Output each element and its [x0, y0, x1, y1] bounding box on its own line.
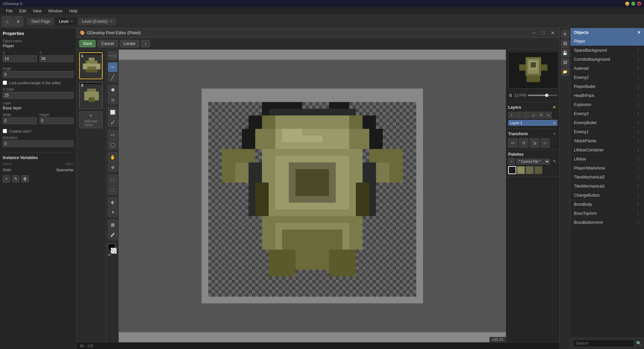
transform-flip-h[interactable]: ⬄: [508, 138, 518, 148]
layer-up-btn[interactable]: ↑: [516, 112, 522, 118]
tool-circle-outline[interactable]: ◯: [108, 140, 117, 149]
save-button[interactable]: Save: [79, 40, 96, 47]
menu-window[interactable]: Window: [45, 8, 66, 14]
transform-resize[interactable]: ⇲: [530, 138, 539, 148]
obj-PlayerAttackArea[interactable]: PlayerAttackArea ⋮: [571, 164, 644, 173]
tool-wand[interactable]: ⊕: [108, 162, 117, 172]
obj-list-close[interactable]: ✕: [637, 30, 641, 35]
var-add-btn[interactable]: +: [3, 175, 10, 183]
tab-level[interactable]: Level ✕: [55, 18, 77, 25]
search-input[interactable]: [573, 340, 634, 347]
menu-edit[interactable]: Edit: [16, 8, 30, 14]
z-order-input[interactable]: [3, 92, 73, 99]
tool-stroke[interactable]: ◎: [108, 95, 117, 104]
maximize-btn[interactable]: □: [631, 2, 635, 6]
obj-bosstoparm-menu[interactable]: ⋮: [636, 211, 641, 216]
menu-file[interactable]: File: [3, 8, 16, 14]
obj-EnemyBullet[interactable]: EnemyBullet ⋮: [571, 118, 644, 128]
frame-size-large[interactable]: □: [114, 51, 117, 60]
fps-slider[interactable]: [528, 95, 557, 96]
tab-start-page[interactable]: Start Page: [27, 18, 54, 25]
frame-2[interactable]: 2: [79, 82, 103, 109]
layer-delete-btn[interactable]: ✕: [545, 112, 552, 118]
side-icon-5[interactable]: 📁: [561, 68, 569, 76]
obj-attackflame-menu[interactable]: ⋮: [636, 138, 641, 144]
obj-CorridorBackground[interactable]: CorridorBackground ⋮: [571, 55, 644, 64]
layer-add-btn[interactable]: +: [508, 112, 515, 118]
tool-move[interactable]: ✋: [108, 152, 117, 162]
angle-input[interactable]: [3, 71, 73, 78]
canvas-area[interactable]: x35.33: [119, 50, 506, 342]
tool-rect-outline[interactable]: ▭: [108, 130, 117, 139]
obj-player-menu[interactable]: ⋮: [636, 39, 641, 44]
frame-size-med[interactable]: ▫: [111, 51, 114, 60]
obj-Enemy3[interactable]: Enemy3 ⋮: [571, 109, 644, 118]
y-input[interactable]: [40, 55, 74, 62]
obj-changebtn-menu[interactable]: ⋮: [636, 193, 641, 198]
palette-add-btn[interactable]: +: [508, 158, 515, 165]
obj-BossBody[interactable]: BossBody ⋮: [571, 200, 644, 209]
var-edit-btn[interactable]: ✎: [12, 175, 19, 183]
obj-LifebarContainer[interactable]: LifebarContainer ⋮: [571, 146, 644, 155]
frame-1[interactable]: 1: [79, 52, 103, 79]
swatch-2[interactable]: [517, 166, 525, 174]
obj-bossbottomarm-menu[interactable]: ⋮: [636, 220, 641, 225]
tab-events-close[interactable]: ✕: [110, 19, 112, 23]
side-icon-3[interactable]: 💾: [561, 49, 569, 57]
palette-select[interactable]: * Current File *: [516, 159, 550, 164]
height-input[interactable]: [40, 117, 74, 124]
transform-add-btn[interactable]: +: [551, 131, 557, 137]
tool-line[interactable]: ╱: [108, 72, 117, 82]
add-frame-btn[interactable]: + Add newframe: [79, 111, 103, 128]
obj-spacebg-menu[interactable]: ⋮: [636, 48, 641, 53]
tool-filter[interactable]: ✦: [108, 207, 117, 217]
obj-Player[interactable]: Player ⋮: [571, 37, 644, 46]
tool-pencil[interactable]: ✏: [108, 62, 117, 72]
side-icon-2[interactable]: 🖼: [561, 40, 569, 48]
obj-Explosion[interactable]: Explosion ⋮: [571, 100, 644, 109]
tool-select-rect[interactable]: ⬚: [108, 175, 117, 184]
width-input[interactable]: [3, 117, 37, 124]
secondary-color-swatch[interactable]: [111, 248, 117, 254]
obj-enemy2-menu[interactable]: ⋮: [636, 75, 641, 80]
close-btn[interactable]: ✕: [637, 2, 641, 6]
obj-lifebarcontainer-menu[interactable]: ⋮: [636, 147, 641, 153]
obj-TilesMechanical1[interactable]: TilesMechanical1 ⋮: [571, 182, 644, 191]
obj-enemy1-menu[interactable]: ⋮: [636, 129, 641, 135]
obj-AttackFlame[interactable]: AttackFlame ⋮: [571, 137, 644, 146]
tool-select-lasso[interactable]: ◌: [108, 185, 117, 194]
obj-asteroid-menu[interactable]: ⋮: [636, 66, 641, 71]
x-input[interactable]: [3, 55, 37, 62]
obj-TilesMechanical2[interactable]: TilesMechanical2 ⋮: [571, 173, 644, 182]
tool-color-pick[interactable]: 💉: [108, 230, 117, 239]
frame-size-small[interactable]: ▪: [108, 51, 111, 60]
obj-healthpack-menu[interactable]: ⋮: [636, 93, 641, 98]
pe-maximize[interactable]: □: [540, 30, 547, 36]
side-icon-4[interactable]: 🖼: [561, 58, 569, 66]
search-icon[interactable]: 🔍: [636, 341, 641, 346]
obj-tilesmech1-menu[interactable]: ⋮: [636, 184, 641, 189]
obj-playerattackarea-menu[interactable]: ⋮: [636, 165, 641, 171]
tool-eraser[interactable]: ⬜: [108, 107, 117, 117]
obj-bossbody-menu[interactable]: ⋮: [636, 202, 641, 207]
tab-level-events[interactable]: Level (Events) ✕: [78, 18, 116, 25]
more-btn[interactable]: ›: [141, 40, 150, 47]
obj-corridorbg-menu[interactable]: ⋮: [636, 57, 641, 62]
obj-tilesmech2-menu[interactable]: ⋮: [636, 174, 641, 180]
custom-size-checkbox[interactable]: [3, 129, 7, 133]
obj-lifebar-menu[interactable]: ⋮: [636, 156, 641, 162]
menu-view[interactable]: View: [30, 8, 45, 14]
transform-crosshair[interactable]: ⊹: [540, 138, 550, 148]
tool-pattern[interactable]: ▦: [108, 220, 117, 229]
menu-help[interactable]: Help: [66, 8, 81, 14]
pe-close[interactable]: ✕: [549, 30, 556, 36]
layer-1-item[interactable]: Layer 1 α: [508, 120, 557, 126]
swap-colors-btn[interactable]: ⇄: [108, 253, 111, 256]
transform-rotate[interactable]: ↺: [519, 138, 528, 148]
layer-down-btn[interactable]: ↓: [523, 112, 530, 118]
obj-enemybullet-menu[interactable]: ⋮: [636, 120, 641, 126]
pe-minimize[interactable]: ─: [531, 30, 537, 36]
obj-HealthPack[interactable]: HealthPack ⋮: [571, 91, 644, 100]
obj-Lifebar[interactable]: Lifebar ⋮: [571, 155, 644, 164]
tool-stroke-pencil[interactable]: 🖊: [108, 117, 117, 127]
